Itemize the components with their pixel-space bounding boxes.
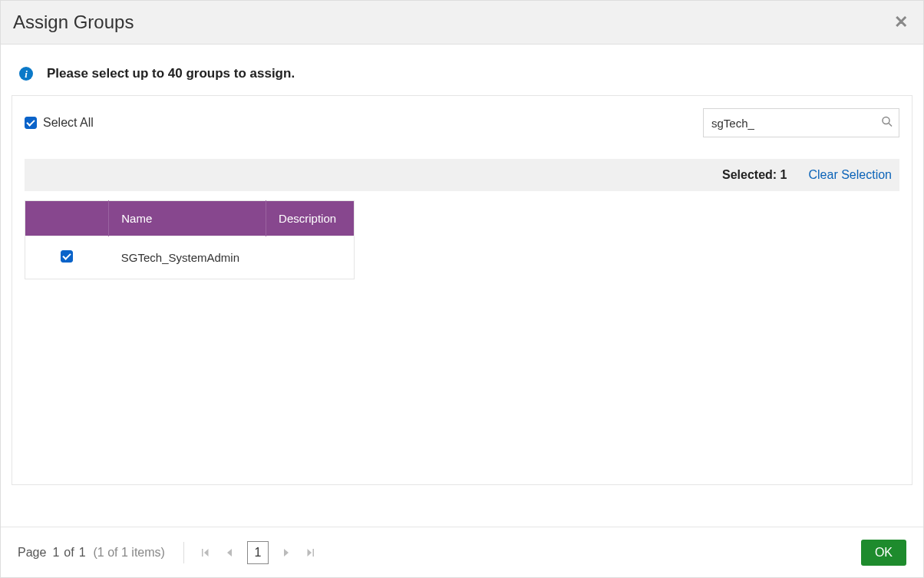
pager-items-text: (1 of 1 items) [94, 546, 165, 560]
panel-top-row: Select All [25, 108, 899, 137]
col-description: Description [266, 201, 355, 236]
pager-page-word: Page [18, 546, 46, 560]
info-icon: i [19, 67, 33, 81]
search-icon[interactable] [881, 116, 893, 130]
close-icon[interactable]: ✕ [894, 14, 908, 31]
col-name: Name [109, 201, 266, 236]
svg-line-1 [889, 124, 892, 127]
table-area: Name Description SGTech_SystemAdmin [25, 200, 899, 484]
table-row[interactable]: SGTech_SystemAdmin [25, 236, 355, 279]
pager-next-icon[interactable] [276, 541, 296, 564]
selected-label: Selected: [722, 168, 777, 181]
dialog-footer: Page 1 of 1 (1 of 1 items) 1 OK [1, 527, 923, 577]
pager: Page 1 of 1 (1 of 1 items) 1 [18, 541, 321, 564]
assign-groups-dialog: Assign Groups ✕ i Please select up to 40… [0, 0, 924, 578]
svg-point-0 [883, 117, 889, 124]
col-checkbox [25, 201, 109, 236]
dialog-header: Assign Groups ✕ [1, 1, 923, 45]
clear-selection-link[interactable]: Clear Selection [809, 168, 893, 182]
row-name: SGTech_SystemAdmin [109, 236, 266, 279]
pager-of-word: of [64, 546, 74, 560]
pager-current: 1 [52, 546, 59, 560]
row-checkbox-cell [25, 236, 109, 279]
selected-count: Selected: 1 [722, 168, 787, 182]
search-field-wrap [703, 108, 899, 137]
select-all-checkbox[interactable] [25, 117, 37, 129]
pager-separator [183, 542, 184, 563]
pager-first-icon[interactable] [195, 541, 215, 564]
pager-total: 1 [79, 546, 86, 560]
select-all-label: Select All [43, 116, 94, 130]
row-checkbox[interactable] [61, 250, 73, 263]
row-description [266, 236, 355, 279]
select-all-control[interactable]: Select All [25, 116, 94, 130]
search-input[interactable] [703, 108, 899, 137]
pager-last-icon[interactable] [301, 541, 321, 564]
selected-count-value: 1 [780, 168, 787, 181]
pager-prev-icon[interactable] [219, 541, 239, 564]
dialog-title: Assign Groups [13, 12, 134, 33]
info-banner: i Please select up to 40 groups to assig… [12, 58, 912, 95]
info-text: Please select up to 40 groups to assign. [47, 66, 295, 81]
groups-table: Name Description SGTech_SystemAdmin [25, 200, 355, 279]
groups-panel: Select All Selected: 1 [12, 95, 912, 485]
pager-page-number[interactable]: 1 [247, 541, 269, 564]
ok-button[interactable]: OK [861, 540, 906, 566]
selection-status-bar: Selected: 1 Clear Selection [25, 159, 899, 191]
dialog-body: i Please select up to 40 groups to assig… [1, 45, 923, 527]
